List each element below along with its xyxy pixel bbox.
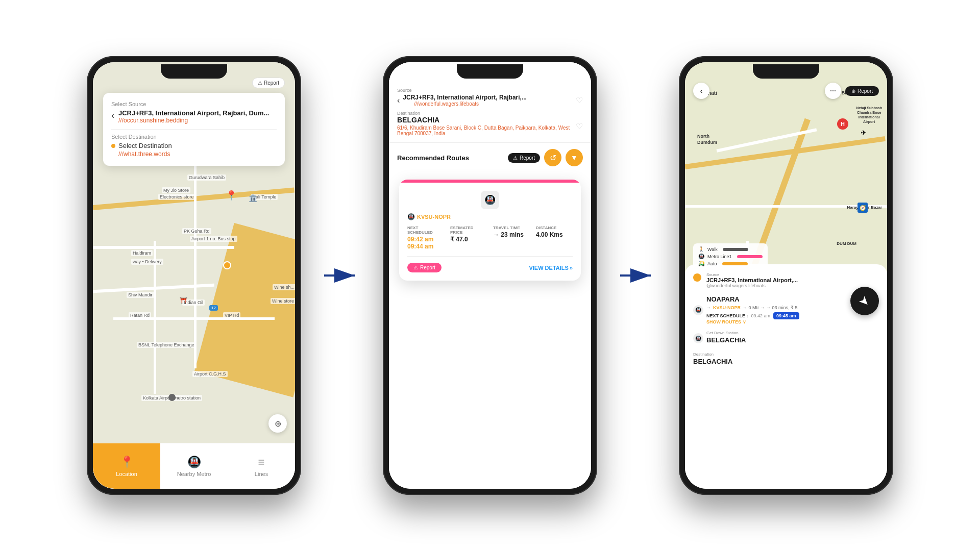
stop-detail-mtr: → 0 Mtr → → 03 mins, ₹ 5 <box>743 305 798 310</box>
source-name: JCRJ+RF3, International Airport, Rajbari… <box>118 109 269 117</box>
report-label-map: Report <box>857 88 873 94</box>
report-icon: ⚠ <box>258 80 262 86</box>
price-value: ₹ 47.0 <box>450 236 487 243</box>
map-label-wine1: Wine sh... <box>273 284 295 290</box>
view-details-text: VIEW DETAILS <box>529 265 568 271</box>
source-w3w: @wonderful.wagers.lifeboats <box>706 283 798 288</box>
route-header: Source ‹ JCRJ+RF3, International Airport… <box>389 62 591 143</box>
route-id: KVSU-NOPR <box>417 214 451 220</box>
road-badge: 12 <box>209 305 218 311</box>
phone-1-screen: Gurudwara Sahib My Jio Store Electronics… <box>93 62 295 489</box>
phone-3-screen: Panihati NorthDumdum BIRATI Narayanpur B… <box>685 62 887 489</box>
tab-lines[interactable]: ≡ Lines <box>228 443 295 489</box>
tab-nearby-label: Nearby Metro <box>177 471 211 477</box>
price-label: ESTIMATED PRICE <box>450 226 487 235</box>
kvsu-nopr-label: KVSU-NOPR <box>713 305 741 310</box>
map-pin-metro <box>168 394 176 401</box>
metro-icon: 🚇 <box>187 456 201 469</box>
phone-3: Panihati NorthDumdum BIRATI Narayanpur B… <box>679 56 893 495</box>
map-label: Gurudwara Sahib <box>187 174 226 181</box>
north-dumdum-label: NorthDumdum <box>697 134 717 145</box>
report-small-label: Report <box>420 265 435 270</box>
auto-bar <box>722 262 748 265</box>
stop-belgachia-getdown: 🚇 Get Down Station BELGACHIA <box>693 331 879 346</box>
auto-icon: 🛺 <box>698 261 704 266</box>
map-label-ratan: Ratan Rd <box>129 312 151 318</box>
netaji-label: Netaji SubhashChandra BoseInternationalA… <box>856 106 882 124</box>
view-details-btn[interactable]: VIEW DETAILS » <box>529 265 573 271</box>
phone-2: Source ‹ JCRJ+RF3, International Airport… <box>383 56 597 495</box>
walk-label: Walk <box>707 247 718 252</box>
tab-nearby-metro[interactable]: 🚇 Nearby Metro <box>160 443 228 489</box>
dest-label: Destination <box>693 352 879 357</box>
schedule-time2: 09:45 am <box>773 312 799 319</box>
report-pill-map[interactable]: ⊕ Report <box>845 86 879 96</box>
report-small-btn[interactable]: ⚠ Report <box>407 263 442 272</box>
map-label-bus: Airport 1 no. Bus stop <box>190 236 237 242</box>
search-card: Select Source ‹ JCRJ+RF3, International … <box>103 93 285 166</box>
arrow-2 <box>618 265 658 286</box>
nav-arrow-icon: ➤ <box>856 292 873 310</box>
metro-stop-icon: 🚇 <box>693 305 703 315</box>
next-schedule-label: NEXT SCHEDULE : <box>706 313 748 318</box>
map-label-cghs: Airport C.G.H.S <box>192 371 228 377</box>
locate-button[interactable]: ⊕ <box>268 414 287 433</box>
dest-w3w: ///what.three.words <box>118 151 277 158</box>
heart-icon-2[interactable]: ♡ <box>576 121 583 131</box>
map-pin-shiv: ⛩️ <box>180 297 187 304</box>
metro-icon: 🚇 <box>484 194 496 206</box>
report-pill[interactable]: ⚠ Report <box>508 153 540 163</box>
tab-bar: 📍 Location 🚇 Nearby Metro ≡ Lines <box>93 443 295 489</box>
dest-label: Select Destination <box>111 134 277 140</box>
circle-btn[interactable]: ⋯ <box>825 83 841 99</box>
map-label-haldiram: Haldiram <box>131 250 153 256</box>
plane-marker: ✈ <box>861 129 867 137</box>
hospital-marker: H <box>837 118 848 130</box>
tab-lines-label: Lines <box>255 471 268 477</box>
source-label: Select Source <box>111 101 277 107</box>
location-icon: 📍 <box>120 456 134 469</box>
report-button-map[interactable]: ⚠ Report <box>252 78 285 88</box>
nav-button[interactable]: ➤ <box>850 287 879 315</box>
back-icon[interactable]: ‹ <box>397 96 400 105</box>
metro-stop-icon-2: 🚇 <box>693 333 703 343</box>
travel-label: TRAVEL TIME <box>493 226 530 230</box>
scheduled-times: 09:42 am09:44 am <box>407 236 444 250</box>
phone-2-screen: Source ‹ JCRJ+RF3, International Airport… <box>389 62 591 489</box>
report-icon: ⚠ <box>513 155 518 161</box>
map-label-wine2: Wine store <box>271 298 295 304</box>
tab-location[interactable]: 📍 Location <box>93 443 160 489</box>
dest-dot <box>111 144 115 148</box>
report-icon-map: ⊕ <box>851 88 855 94</box>
source-w3w: ///occur.sunshine.bedding <box>118 117 269 124</box>
back-button[interactable]: ‹ <box>111 110 114 121</box>
destination-section: Destination BELGACHIA <box>693 352 879 365</box>
phone3-top-bar: ‹ ⋯ ⊕ Report <box>693 83 879 99</box>
walk-icon: 🚶 <box>698 246 704 252</box>
source-dot <box>693 273 701 282</box>
back-icon: ‹ <box>700 87 703 95</box>
map-label-pkguha: PK Guha Rd <box>182 228 211 234</box>
show-routes-btn[interactable]: SHOW ROUTES ∨ <box>706 319 879 324</box>
metro-label: Metro Line1 <box>707 254 732 259</box>
source-name: JCRJ+RF3, International Airport,... <box>706 277 798 283</box>
locate-icon: ⊕ <box>275 419 281 429</box>
show-routes-text: SHOW ROUTES ∨ <box>706 319 746 324</box>
heart-icon[interactable]: ♡ <box>576 95 583 105</box>
phone-1: Gurudwara Sahib My Jio Store Electronics… <box>87 56 301 495</box>
metro-small-icon: 🚇 <box>407 213 415 220</box>
walk-bar <box>723 248 748 251</box>
map-pin-orange2 <box>223 261 231 269</box>
scene: Gurudwara Sahib My Jio Store Electronics… <box>31 20 949 531</box>
scheduled-label: NEXT SCHEDULED <box>407 226 444 235</box>
source-label: Source <box>706 272 798 277</box>
route-legend: 🚶 Walk 🚇 Metro Line1 🛺 Auto <box>693 243 768 271</box>
map-label-delivery: way • Delivery <box>131 259 163 265</box>
map-pin-orange: 📍 <box>226 190 237 201</box>
map-label-vip: VIP Rd <box>223 312 240 318</box>
distance-value: 4.00 Kms <box>536 231 573 238</box>
back-button[interactable]: ‹ <box>693 83 709 99</box>
dum-dum-label: DUM DUM <box>837 241 856 246</box>
filter-button[interactable]: ▼ <box>566 149 583 166</box>
refresh-button[interactable]: ↺ <box>544 149 561 166</box>
